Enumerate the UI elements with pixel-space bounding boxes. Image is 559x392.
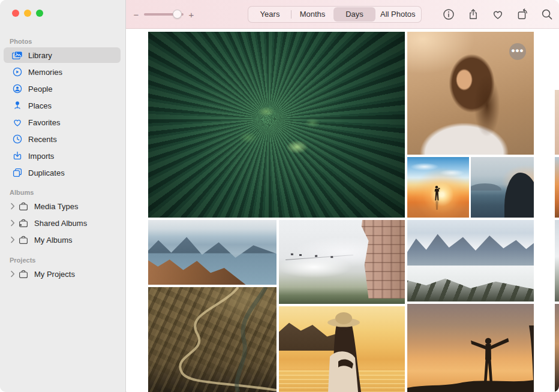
album-icon	[18, 235, 29, 245]
sidebar-item-label: My Albums	[34, 236, 73, 245]
sidebar-item-label: My Projects	[34, 270, 75, 279]
zoom-out-icon[interactable]: −	[133, 10, 139, 20]
silhouette-figure	[407, 157, 469, 218]
photo-alps-building[interactable]	[279, 220, 405, 304]
more-options-button[interactable]: •••	[509, 43, 526, 60]
album-icon	[18, 201, 29, 211]
duplicates-icon	[12, 168, 23, 177]
sidebar-item-label: Library	[28, 51, 52, 60]
sidebar-item-my-projects[interactable]: My Projects	[4, 266, 121, 282]
shared-album-icon	[18, 218, 29, 228]
zoom-slider-knob[interactable]	[173, 10, 182, 19]
silhouette-figure	[407, 304, 534, 392]
winding-road-path	[148, 287, 277, 392]
clipped-photo-sliver	[555, 157, 559, 218]
favorite-icon[interactable]	[492, 8, 504, 20]
sidebar-list: Photos Library Memories People	[0, 0, 125, 283]
recents-icon	[12, 134, 23, 144]
sidebar-item-label: Favorites	[28, 118, 60, 127]
tab-years[interactable]: Years	[249, 7, 291, 22]
zoom-in-icon[interactable]: +	[188, 10, 194, 20]
toolbar-actions	[443, 0, 553, 29]
clipped-photo-sliver	[555, 90, 559, 155]
chevron-right-icon[interactable]	[8, 270, 16, 278]
section-header-projects: Projects	[10, 256, 125, 264]
sidebar-item-library[interactable]: Library	[4, 47, 121, 63]
toolbar: − + Years Months Days All Photos	[126, 0, 559, 29]
zoom-slider[interactable]: − +	[133, 0, 194, 29]
photo-arms-spread[interactable]	[407, 304, 534, 392]
sidebar-item-label: Recents	[28, 135, 57, 144]
sidebar-item-favorites[interactable]: Favorites	[4, 114, 121, 130]
info-icon[interactable]	[443, 8, 455, 20]
places-icon	[12, 101, 23, 110]
sidebar-item-memories[interactable]: Memories	[4, 64, 121, 80]
sidebar-item-places[interactable]: Places	[4, 98, 121, 113]
photo-portrait-sunset[interactable]: •••	[407, 32, 534, 155]
favorites-icon	[12, 117, 23, 127]
section-header-photos: Photos	[10, 37, 125, 46]
rotate-icon[interactable]	[516, 8, 528, 20]
memories-icon	[12, 67, 23, 77]
sidebar: Photos Library Memories People	[0, 0, 126, 392]
chevron-right-icon[interactable]	[8, 202, 16, 210]
sidebar-item-my-albums[interactable]: My Albums	[4, 232, 121, 248]
people-icon	[12, 84, 23, 94]
sidebar-item-label: Shared Albums	[34, 219, 87, 228]
tab-months[interactable]: Months	[291, 7, 333, 22]
photo-sea-silhouette[interactable]	[471, 157, 534, 218]
photo-hat-silhouette[interactable]	[279, 306, 405, 392]
library-icon	[12, 50, 23, 60]
zoom-slider-track[interactable]	[144, 13, 184, 16]
share-icon[interactable]	[467, 8, 479, 20]
sidebar-item-label: People	[28, 85, 52, 94]
imports-icon	[12, 151, 23, 161]
tab-days[interactable]: Days	[333, 7, 375, 22]
sidebar-item-imports[interactable]: Imports	[4, 148, 121, 164]
sidebar-item-label: Imports	[28, 152, 54, 161]
silhouette-figure	[279, 306, 405, 392]
cable-car-line	[285, 255, 353, 260]
photos-app-window: Photos Library Memories People	[0, 0, 559, 392]
section-header-albums: Albums	[10, 188, 125, 197]
tab-all-photos[interactable]: All Photos	[375, 7, 420, 22]
clipped-photo-sliver	[555, 304, 559, 392]
photo-snow-mountains[interactable]	[407, 220, 534, 301]
search-icon[interactable]	[541, 8, 553, 20]
sidebar-item-label: Duplicates	[28, 168, 65, 177]
chevron-right-icon[interactable]	[8, 236, 16, 244]
sidebar-item-label: Places	[28, 101, 52, 110]
photo-beach-photographer[interactable]	[407, 157, 469, 218]
photo-winding-road[interactable]	[148, 287, 277, 392]
sidebar-item-people[interactable]: People	[4, 81, 121, 97]
clipped-photo-sliver	[555, 220, 559, 301]
album-icon	[18, 269, 29, 279]
sidebar-item-label: Memories	[28, 68, 62, 77]
view-tabs: Years Months Days All Photos	[248, 6, 422, 23]
sidebar-item-label: Media Types	[34, 202, 78, 211]
sidebar-item-media-types[interactable]: Media Types	[4, 198, 121, 214]
sidebar-item-shared-albums[interactable]: Shared Albums	[4, 215, 121, 231]
ellipsis-icon: •••	[512, 46, 524, 56]
sidebar-item-duplicates[interactable]: Duplicates	[4, 165, 121, 180]
photo-fjord[interactable]	[148, 220, 277, 285]
chevron-right-icon[interactable]	[8, 219, 16, 227]
photo-forest-aerial[interactable]	[148, 32, 405, 218]
sidebar-item-recents[interactable]: Recents	[4, 131, 121, 147]
